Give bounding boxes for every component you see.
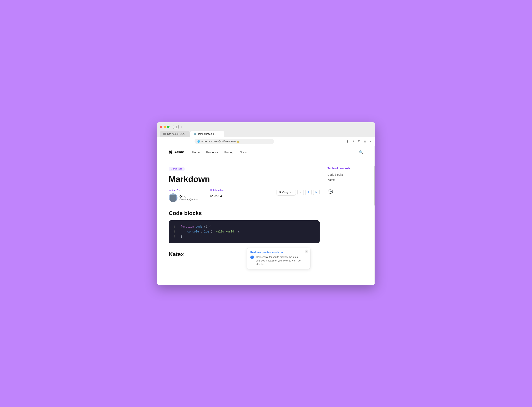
code-console: console — [188, 230, 199, 233]
avatar-body — [170, 195, 176, 202]
tab-active[interactable]: ⚙️ acme.quotion.co/post/markdown ⋯ — [190, 131, 224, 137]
minimize-traffic-light[interactable] — [164, 126, 166, 128]
author-role: Creator, Quotion — [180, 198, 198, 201]
search-icon[interactable]: 🔍 — [359, 150, 363, 154]
code-dot: . — [201, 230, 202, 233]
tooltip-close-button[interactable]: × — [305, 250, 308, 253]
url-bar[interactable]: 🌐 acme.quotion.co/post/markdown 🔒 — [195, 139, 274, 144]
code-blocks-heading: Code blocks — [169, 210, 320, 216]
page-content: ⌘ Acme Home Features Pricing Docs 🔍 1 mi… — [157, 146, 375, 285]
nav-link-docs[interactable]: Docs — [240, 150, 247, 154]
nav-link-features[interactable]: Features — [206, 150, 218, 154]
share-facebook-button[interactable]: f — [305, 189, 312, 195]
more-button[interactable]: ⊟ — [363, 139, 367, 144]
code-content-2: console . log ( 'Hello world' ); — [181, 229, 241, 234]
published-date: 5/9/2024 — [210, 194, 224, 197]
comment-icon[interactable]: 💬 — [328, 189, 363, 195]
maximize-traffic-light[interactable] — [167, 126, 170, 128]
share-button[interactable]: ⬆ — [346, 139, 350, 144]
written-by-section: Written By Qing Cr — [169, 189, 198, 202]
keyword-function: function — [181, 225, 194, 228]
tooltip-body: i Only enable for you to preview the lat… — [250, 255, 307, 266]
tooltip-text: Only enable for you to preview the lates… — [256, 255, 307, 266]
info-icon: i — [250, 256, 254, 259]
avatar — [169, 193, 178, 202]
copy-link-button[interactable]: ⎘ Copy link — [276, 189, 296, 196]
copy-link-label: Copy link — [282, 191, 293, 194]
avatar-image — [169, 193, 178, 202]
code-string: 'Hello world' — [214, 230, 236, 233]
scrollbar-thumb[interactable] — [374, 166, 375, 205]
tab-inactive[interactable]: Site home | Quo... — [160, 131, 190, 137]
written-by-label: Written By — [169, 189, 198, 192]
browser-tabs-bar: Site home | Quo... ⚙️ acme.quotion.co/po… — [160, 131, 372, 137]
article-main: 1 min read Markdown Written By — [169, 167, 320, 258]
logo-icon: ⌘ — [169, 150, 173, 155]
function-name: code — [196, 225, 203, 228]
code-paren-open: ( — [211, 230, 212, 233]
toc-item-katex[interactable]: Katex — [328, 178, 363, 181]
sidebar-toggle-button[interactable] — [173, 125, 179, 129]
tooltip-title: Realtime preview mode on — [250, 251, 307, 254]
browser-controls: ‹ — [160, 125, 372, 129]
browser-left-controls: ‹ — [173, 125, 183, 129]
toc-item-code-blocks[interactable]: Code blocks — [328, 173, 363, 176]
site-nav-links: Home Features Pricing Docs — [192, 150, 247, 154]
code-indent — [181, 230, 186, 233]
browser-toolbar: 🌐 acme.quotion.co/post/markdown 🔒 ⬆ + ⧉ … — [157, 137, 375, 146]
tab-title-inactive: Site home | Quo... — [167, 133, 186, 135]
code-parens: () { — [204, 225, 211, 228]
tab-favicon-active: ⚙️ — [194, 133, 196, 135]
share-linkedin-button[interactable]: in — [313, 189, 320, 195]
reader-mode-button[interactable]: ● — [369, 139, 372, 144]
code-block: 1 function code () { 2 console — [169, 220, 320, 243]
new-tab-button[interactable]: + — [352, 139, 355, 144]
tab-more-icon: ⋯ — [219, 133, 221, 135]
realtime-preview-tooltip: × Realtime preview mode on i Only enable… — [247, 248, 311, 269]
scrollbar[interactable] — [374, 146, 375, 285]
sidebar-btn-inner — [175, 126, 177, 128]
line-number-2: 2 — [173, 229, 177, 234]
close-traffic-light[interactable] — [160, 126, 162, 128]
article-meta: Written By Qing Cr — [169, 189, 224, 202]
code-brace-close: } — [181, 234, 182, 239]
published-on-label: Published on — [210, 189, 224, 192]
site-logo[interactable]: ⌘ Acme — [169, 150, 184, 155]
lock-icon: 🔒 — [237, 140, 239, 142]
code-log: log — [204, 230, 209, 233]
tabs-button[interactable]: ⧉ — [357, 139, 361, 144]
meta-and-share: Written By Qing Cr — [169, 189, 320, 210]
code-paren-close: ); — [237, 230, 241, 233]
browser-window: ‹ Site home | Quo... ⚙️ acme.quotion.co/… — [157, 122, 375, 285]
traffic-lights — [160, 126, 170, 128]
author-details: Qing Creator, Quotion — [180, 195, 198, 201]
code-line-2: 2 console . log ( 'Hello world' ); — [173, 229, 315, 234]
url-text: acme.quotion.co/post/markdown — [201, 140, 236, 143]
share-buttons: ⎘ Copy link ✕ f in — [276, 189, 320, 196]
author-info: Qing Creator, Quotion — [169, 193, 198, 202]
tab-title-active: acme.quotion.co/post/markdown — [198, 133, 218, 135]
line-number-3: 3 — [173, 234, 177, 239]
code-line-3: 3 } — [173, 234, 315, 239]
nav-link-home[interactable]: Home — [192, 150, 200, 154]
toc-title: Table of contents — [328, 167, 363, 170]
back-button[interactable]: ‹ — [180, 125, 183, 129]
logo-text: Acme — [174, 150, 184, 154]
share-x-button[interactable]: ✕ — [297, 189, 304, 195]
site-nav-right: 🔍 — [359, 150, 363, 155]
article-sidebar: Table of contents Code blocks Katex 💬 — [320, 167, 363, 258]
nav-link-pricing[interactable]: Pricing — [224, 150, 234, 154]
site-nav: ⌘ Acme Home Features Pricing Docs 🔍 — [157, 146, 375, 159]
published-on-section: Published on 5/9/2024 — [210, 189, 224, 197]
line-number-1: 1 — [173, 224, 177, 229]
article-title: Markdown — [169, 174, 320, 184]
code-line-1: 1 function code () { — [173, 224, 315, 229]
read-badge: 1 min read — [169, 167, 185, 171]
page-icon: 🌐 — [197, 140, 200, 143]
tab-favicon-inactive — [163, 133, 166, 135]
copy-link-icon: ⎘ — [280, 191, 281, 194]
browser-chrome: ‹ Site home | Quo... ⚙️ acme.quotion.co/… — [157, 122, 375, 137]
toolbar-right: ⬆ + ⧉ ⊟ ● — [346, 139, 372, 144]
author-name: Qing — [180, 195, 198, 198]
code-content-1: function code () { — [181, 224, 211, 229]
